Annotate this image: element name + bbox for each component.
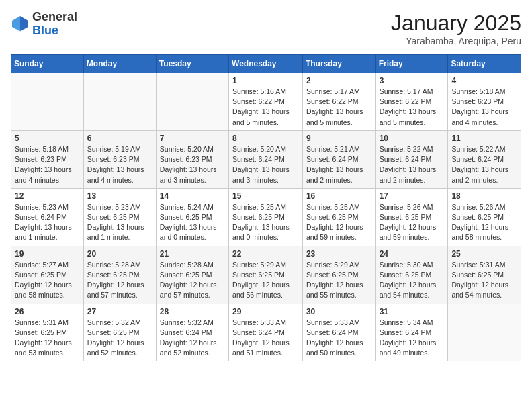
weekday-header: Tuesday bbox=[156, 55, 228, 73]
calendar-cell: 26Sunrise: 5:31 AM Sunset: 6:25 PM Dayli… bbox=[11, 304, 84, 361]
day-info: Sunrise: 5:29 AM Sunset: 6:25 PM Dayligh… bbox=[306, 260, 372, 301]
weekday-header: Saturday bbox=[448, 55, 521, 73]
calendar-cell bbox=[448, 304, 521, 361]
day-info: Sunrise: 5:26 AM Sunset: 6:25 PM Dayligh… bbox=[451, 202, 517, 243]
day-info: Sunrise: 5:20 AM Sunset: 6:24 PM Dayligh… bbox=[232, 144, 299, 185]
day-number: 25 bbox=[451, 249, 517, 259]
day-info: Sunrise: 5:32 AM Sunset: 6:24 PM Dayligh… bbox=[160, 318, 225, 359]
day-info: Sunrise: 5:33 AM Sunset: 6:24 PM Dayligh… bbox=[306, 318, 372, 359]
calendar-cell: 13Sunrise: 5:23 AM Sunset: 6:25 PM Dayli… bbox=[83, 188, 156, 246]
day-number: 10 bbox=[380, 134, 445, 143]
day-number: 4 bbox=[451, 76, 517, 85]
day-info: Sunrise: 5:20 AM Sunset: 6:23 PM Dayligh… bbox=[160, 144, 225, 185]
calendar-cell: 14Sunrise: 5:24 AM Sunset: 6:25 PM Dayli… bbox=[156, 188, 228, 246]
logo-blue-text: Blue bbox=[32, 24, 77, 38]
day-number: 23 bbox=[306, 249, 372, 259]
weekday-header: Thursday bbox=[302, 55, 375, 73]
day-number: 5 bbox=[15, 134, 80, 143]
day-info: Sunrise: 5:18 AM Sunset: 6:23 PM Dayligh… bbox=[451, 87, 517, 128]
calendar-cell: 16Sunrise: 5:25 AM Sunset: 6:25 PM Dayli… bbox=[302, 188, 375, 246]
calendar-week-row: 26Sunrise: 5:31 AM Sunset: 6:25 PM Dayli… bbox=[11, 304, 521, 361]
day-info: Sunrise: 5:24 AM Sunset: 6:25 PM Dayligh… bbox=[160, 202, 225, 243]
day-info: Sunrise: 5:30 AM Sunset: 6:25 PM Dayligh… bbox=[380, 260, 445, 301]
logo-general-text: General bbox=[32, 11, 77, 24]
day-info: Sunrise: 5:17 AM Sunset: 6:22 PM Dayligh… bbox=[306, 87, 372, 128]
calendar-cell: 11Sunrise: 5:22 AM Sunset: 6:24 PM Dayli… bbox=[448, 130, 521, 188]
calendar-cell: 4Sunrise: 5:18 AM Sunset: 6:23 PM Daylig… bbox=[448, 73, 521, 131]
calendar-cell bbox=[156, 73, 228, 131]
title-area: January 2025 Yarabamba, Arequipa, Peru bbox=[391, 11, 521, 46]
day-number: 14 bbox=[160, 191, 225, 201]
weekday-header: Wednesday bbox=[229, 55, 303, 73]
calendar-cell: 18Sunrise: 5:26 AM Sunset: 6:25 PM Dayli… bbox=[448, 188, 521, 246]
logo: General Blue bbox=[11, 11, 77, 38]
day-info: Sunrise: 5:29 AM Sunset: 6:25 PM Dayligh… bbox=[232, 260, 299, 301]
month-title: January 2025 bbox=[391, 11, 521, 36]
day-info: Sunrise: 5:23 AM Sunset: 6:25 PM Dayligh… bbox=[87, 202, 152, 243]
day-number: 18 bbox=[451, 191, 517, 201]
calendar-week-row: 1Sunrise: 5:16 AM Sunset: 6:22 PM Daylig… bbox=[11, 73, 521, 131]
calendar-cell: 10Sunrise: 5:22 AM Sunset: 6:24 PM Dayli… bbox=[375, 130, 448, 188]
day-number: 1 bbox=[232, 76, 299, 85]
day-number: 9 bbox=[306, 134, 372, 143]
calendar-cell: 8Sunrise: 5:20 AM Sunset: 6:24 PM Daylig… bbox=[229, 130, 303, 188]
calendar-table: SundayMondayTuesdayWednesdayThursdayFrid… bbox=[11, 54, 521, 361]
calendar-cell: 17Sunrise: 5:26 AM Sunset: 6:25 PM Dayli… bbox=[375, 188, 448, 246]
calendar-week-row: 5Sunrise: 5:18 AM Sunset: 6:23 PM Daylig… bbox=[11, 130, 521, 188]
day-info: Sunrise: 5:25 AM Sunset: 6:25 PM Dayligh… bbox=[232, 202, 299, 243]
day-info: Sunrise: 5:23 AM Sunset: 6:24 PM Dayligh… bbox=[15, 202, 80, 243]
day-number: 3 bbox=[380, 76, 445, 85]
day-info: Sunrise: 5:31 AM Sunset: 6:25 PM Dayligh… bbox=[451, 260, 517, 301]
svg-marker-2 bbox=[12, 16, 20, 31]
calendar-cell: 7Sunrise: 5:20 AM Sunset: 6:23 PM Daylig… bbox=[156, 130, 228, 188]
weekday-header: Sunday bbox=[11, 55, 84, 73]
logo-icon bbox=[11, 15, 30, 34]
calendar-cell: 9Sunrise: 5:21 AM Sunset: 6:24 PM Daylig… bbox=[302, 130, 375, 188]
logo-text: General Blue bbox=[32, 11, 77, 38]
day-info: Sunrise: 5:34 AM Sunset: 6:24 PM Dayligh… bbox=[380, 318, 445, 359]
calendar-cell: 6Sunrise: 5:19 AM Sunset: 6:23 PM Daylig… bbox=[83, 130, 156, 188]
day-number: 28 bbox=[160, 307, 225, 316]
calendar-cell bbox=[11, 73, 84, 131]
day-info: Sunrise: 5:22 AM Sunset: 6:24 PM Dayligh… bbox=[380, 144, 445, 185]
day-number: 27 bbox=[87, 307, 152, 316]
calendar-cell: 24Sunrise: 5:30 AM Sunset: 6:25 PM Dayli… bbox=[375, 246, 448, 304]
calendar-cell: 28Sunrise: 5:32 AM Sunset: 6:24 PM Dayli… bbox=[156, 304, 228, 361]
day-info: Sunrise: 5:27 AM Sunset: 6:25 PM Dayligh… bbox=[15, 260, 80, 301]
day-info: Sunrise: 5:22 AM Sunset: 6:24 PM Dayligh… bbox=[451, 144, 517, 185]
calendar-cell: 20Sunrise: 5:28 AM Sunset: 6:25 PM Dayli… bbox=[83, 246, 156, 304]
calendar-week-row: 12Sunrise: 5:23 AM Sunset: 6:24 PM Dayli… bbox=[11, 188, 521, 246]
day-number: 24 bbox=[380, 249, 445, 259]
calendar-cell bbox=[83, 73, 156, 131]
day-number: 7 bbox=[160, 134, 225, 143]
day-number: 26 bbox=[15, 307, 80, 316]
day-number: 19 bbox=[15, 249, 80, 259]
calendar-cell: 15Sunrise: 5:25 AM Sunset: 6:25 PM Dayli… bbox=[229, 188, 303, 246]
day-number: 15 bbox=[232, 191, 299, 201]
day-number: 13 bbox=[87, 191, 152, 201]
day-info: Sunrise: 5:31 AM Sunset: 6:25 PM Dayligh… bbox=[15, 318, 80, 359]
calendar-cell: 21Sunrise: 5:28 AM Sunset: 6:25 PM Dayli… bbox=[156, 246, 228, 304]
calendar-cell: 30Sunrise: 5:33 AM Sunset: 6:24 PM Dayli… bbox=[302, 304, 375, 361]
day-info: Sunrise: 5:33 AM Sunset: 6:24 PM Dayligh… bbox=[232, 318, 299, 359]
day-info: Sunrise: 5:17 AM Sunset: 6:22 PM Dayligh… bbox=[380, 87, 445, 128]
calendar-cell: 1Sunrise: 5:16 AM Sunset: 6:22 PM Daylig… bbox=[229, 73, 303, 131]
weekday-header: Monday bbox=[83, 55, 156, 73]
day-info: Sunrise: 5:16 AM Sunset: 6:22 PM Dayligh… bbox=[232, 87, 299, 128]
day-number: 12 bbox=[15, 191, 80, 201]
day-number: 20 bbox=[87, 249, 152, 259]
day-number: 30 bbox=[306, 307, 372, 316]
calendar-cell: 31Sunrise: 5:34 AM Sunset: 6:24 PM Dayli… bbox=[375, 304, 448, 361]
calendar-cell: 22Sunrise: 5:29 AM Sunset: 6:25 PM Dayli… bbox=[229, 246, 303, 304]
location-title: Yarabamba, Arequipa, Peru bbox=[391, 36, 521, 46]
calendar-cell: 29Sunrise: 5:33 AM Sunset: 6:24 PM Dayli… bbox=[229, 304, 303, 361]
day-number: 16 bbox=[306, 191, 372, 201]
day-number: 31 bbox=[380, 307, 445, 316]
calendar-cell: 12Sunrise: 5:23 AM Sunset: 6:24 PM Dayli… bbox=[11, 188, 84, 246]
svg-marker-1 bbox=[20, 16, 28, 31]
day-number: 21 bbox=[160, 249, 225, 259]
calendar-cell: 3Sunrise: 5:17 AM Sunset: 6:22 PM Daylig… bbox=[375, 73, 448, 131]
day-number: 6 bbox=[87, 134, 152, 143]
weekday-header-row: SundayMondayTuesdayWednesdayThursdayFrid… bbox=[11, 55, 521, 73]
day-info: Sunrise: 5:25 AM Sunset: 6:25 PM Dayligh… bbox=[306, 202, 372, 243]
